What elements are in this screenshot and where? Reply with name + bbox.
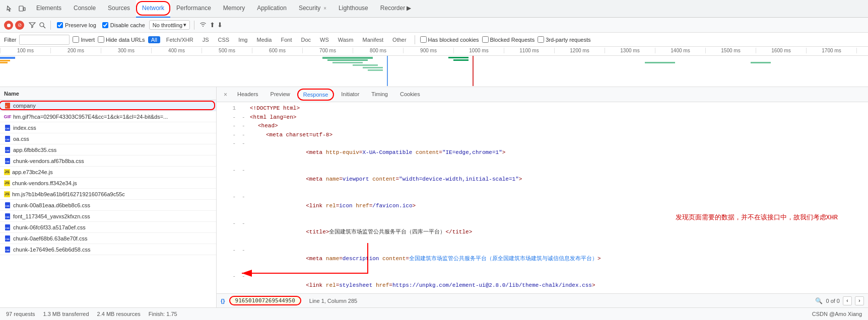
filter-img[interactable]: Img bbox=[235, 36, 250, 43]
has-blocked-cookies-checkbox[interactable]: Has blocked cookies bbox=[420, 36, 479, 43]
tab-recorder[interactable]: Recorder ▶ bbox=[374, 0, 418, 18]
css-icon-1: CSS bbox=[4, 124, 11, 131]
css-icon-4: CSS bbox=[4, 157, 11, 165]
timeline-bar-green7 bbox=[448, 57, 469, 58]
file-item-hm-js[interactable]: JS hm.js?b1b4b9ea61b6f1627192160766a9c55… bbox=[0, 189, 216, 200]
file-item-oa-css[interactable]: CSS oa.css bbox=[0, 133, 216, 144]
disable-cache-checkbox[interactable]: Disable cache bbox=[100, 21, 147, 29]
filter-wasm[interactable]: Wasm bbox=[335, 36, 357, 43]
blocked-requests-checkbox[interactable]: Blocked Requests bbox=[482, 36, 535, 43]
panel-close-button[interactable]: × bbox=[221, 89, 230, 100]
hide-data-urls-checkbox[interactable]: Hide data URLs bbox=[98, 36, 145, 43]
cursor-icon[interactable] bbox=[6, 5, 14, 13]
file-name-oa-css: oa.css bbox=[13, 136, 212, 142]
tick-1800: 1800 bbox=[856, 48, 868, 53]
toolbar: ⏺ ⊘ Preserve log Disable cache No thrott… bbox=[0, 18, 868, 33]
file-name-gif: hm.gif?hca=0290F43303C957E4&cc=1&ck=1&cl… bbox=[13, 114, 212, 120]
filter-css[interactable]: CSS bbox=[215, 36, 233, 43]
upload-icon[interactable]: ⬆ bbox=[210, 21, 215, 29]
tab-security[interactable]: Security × bbox=[293, 0, 332, 18]
requests-count: 97 requests bbox=[6, 311, 35, 317]
response-search-bar: {} 916501007269544950 Line 1, Column 285… bbox=[217, 293, 868, 307]
file-item-chunk-06-css[interactable]: CSS chunk-06fc6f33.a517a0ef.css bbox=[0, 222, 216, 233]
svg-rect-1 bbox=[24, 8, 25, 11]
timeline-bar-green5 bbox=[363, 67, 383, 68]
throttling-dropdown[interactable]: No throttling ▾ bbox=[149, 20, 190, 30]
tab-memory[interactable]: Memory bbox=[217, 0, 251, 18]
file-item-font-css[interactable]: CSS font_1173454_yavxs2kfxzn.css bbox=[0, 211, 216, 222]
file-item-chunk-0aef-css[interactable]: CSS chunk-0aef68b6.63a8e70f.css bbox=[0, 233, 216, 244]
download-icon[interactable]: ⬇ bbox=[217, 21, 223, 29]
invert-checkbox[interactable]: Invert bbox=[73, 36, 95, 43]
response-tab-response[interactable]: Response bbox=[297, 89, 335, 101]
code-line-9: - - <meta name=description content=全国建筑市… bbox=[217, 246, 868, 273]
file-item-app-css[interactable]: CSS app.6fbb8c35.css bbox=[0, 144, 216, 155]
response-tab-initiator[interactable]: Initiator bbox=[336, 87, 364, 102]
main-content: Name H company GIF hm.gif?hca=0290F43303… bbox=[0, 87, 868, 307]
response-tab-headers[interactable]: Headers bbox=[232, 87, 263, 102]
file-item-company[interactable]: H company bbox=[0, 100, 216, 111]
search-value: 916501007269544950 bbox=[229, 296, 301, 305]
stop-recording-button[interactable]: ⏺ bbox=[4, 21, 13, 30]
filter-all[interactable]: All bbox=[148, 36, 160, 43]
third-party-checkbox[interactable]: 3rd-party requests bbox=[538, 36, 590, 43]
filter-other[interactable]: Other bbox=[389, 36, 410, 43]
file-name-index-css: index.css bbox=[13, 125, 212, 131]
file-item-app-js[interactable]: JS app.e73bc24e.js bbox=[0, 167, 216, 178]
svg-text:CSS: CSS bbox=[6, 161, 10, 163]
tab-application[interactable]: Application bbox=[251, 0, 293, 18]
file-item-index-css[interactable]: CSS index.css bbox=[0, 122, 216, 133]
timeline-bar-late1 bbox=[645, 62, 675, 63]
tick-900: 900 ms bbox=[403, 48, 453, 53]
file-name-chunk-1e7-css: chunk-1e7649e6.5e6b6d58.css bbox=[13, 247, 212, 253]
response-tab-preview[interactable]: Preview bbox=[265, 87, 295, 102]
file-item-chunk-00a-css[interactable]: CSS chunk-00a81eaa.d6beb8c6.css bbox=[0, 200, 216, 211]
file-item-gif[interactable]: GIF hm.gif?hca=0290F43303C957E4&cc=1&ck=… bbox=[0, 111, 216, 122]
tab-network[interactable]: Network bbox=[136, 0, 170, 18]
code-view[interactable]: 1 <!DOCTYPE html> - - <html lang=en> - -… bbox=[217, 102, 868, 293]
tick-1600: 1600 ms bbox=[756, 48, 806, 53]
filter-media[interactable]: Media bbox=[253, 36, 275, 43]
filter-manifest[interactable]: Manifest bbox=[360, 36, 387, 43]
next-page-button[interactable]: › bbox=[855, 296, 864, 305]
search-icon[interactable] bbox=[38, 21, 46, 29]
filter-input[interactable] bbox=[19, 35, 70, 45]
code-line-4: - - <meta charset=utf-8> bbox=[217, 131, 868, 140]
wifi-icon[interactable] bbox=[198, 21, 208, 29]
file-name-app-js: app.e73bc24e.js bbox=[12, 169, 212, 175]
pagination-area: 🔍 0 of 0 ‹ › bbox=[815, 296, 864, 305]
file-name-chunk-00a-css: chunk-00a81eaa.d6beb8c6.css bbox=[13, 202, 212, 208]
filter-doc[interactable]: Doc bbox=[298, 36, 314, 43]
security-tab-close[interactable]: × bbox=[323, 6, 326, 11]
tab-performance[interactable]: Performance bbox=[170, 0, 217, 18]
prev-page-button[interactable]: ‹ bbox=[843, 296, 852, 305]
file-list-panel: Name H company GIF hm.gif?hca=0290F43303… bbox=[0, 87, 217, 307]
filter-ws[interactable]: WS bbox=[317, 36, 332, 43]
tab-elements[interactable]: Elements bbox=[30, 0, 68, 18]
css-icon-3: CSS bbox=[4, 146, 11, 153]
tab-lighthouse[interactable]: Lighthouse bbox=[332, 0, 374, 18]
tick-400: 400 ms bbox=[151, 48, 202, 53]
code-line-3: - - <head> bbox=[217, 122, 868, 131]
tab-bar: Elements Console Sources Network Perform… bbox=[0, 0, 868, 18]
css-icon-7: CSS bbox=[4, 224, 11, 231]
clear-button[interactable]: ⊘ bbox=[15, 21, 24, 30]
tick-1700: 1700 ms bbox=[806, 48, 856, 53]
tab-sources[interactable]: Sources bbox=[102, 0, 136, 18]
response-tab-timing[interactable]: Timing bbox=[366, 87, 393, 102]
tick-800: 800 ms bbox=[353, 48, 403, 53]
filter-icon[interactable] bbox=[28, 21, 36, 29]
filter-js[interactable]: JS bbox=[199, 36, 212, 43]
filter-font[interactable]: Font bbox=[278, 36, 295, 43]
file-item-chunk-vendors-css[interactable]: CSS chunk-vendors.af67b8ba.css bbox=[0, 155, 216, 167]
preserve-log-checkbox[interactable]: Preserve log bbox=[55, 21, 98, 29]
filter-fetch-xhr[interactable]: Fetch/XHR bbox=[163, 36, 196, 43]
file-name-hm-js: hm.js?b1b4b9ea61b6f1627192160766a9c55c bbox=[12, 191, 212, 197]
response-tab-cookies[interactable]: Cookies bbox=[395, 87, 425, 102]
tick-1000: 1000 ms bbox=[453, 48, 504, 53]
file-item-chunk-vendors-js[interactable]: JS chunk-vendors.ff342e34.js bbox=[0, 178, 216, 189]
tab-console[interactable]: Console bbox=[68, 0, 102, 18]
file-item-chunk-1e7-css[interactable]: CSS chunk-1e7649e6.5e6b6d58.css bbox=[0, 244, 216, 255]
device-icon[interactable] bbox=[18, 5, 26, 13]
timeline: 100 ms 200 ms 300 ms 400 ms 500 ms 600 m… bbox=[0, 47, 868, 87]
